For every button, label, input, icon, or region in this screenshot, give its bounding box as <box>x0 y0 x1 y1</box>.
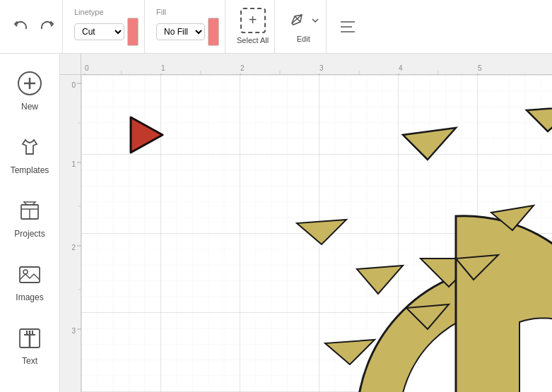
edit-dropdown-icon <box>310 16 320 25</box>
templates-label: Templates <box>11 165 49 175</box>
fill-select[interactable]: No Fill Solid <box>156 23 205 40</box>
sidebar-item-projects[interactable]: Projects <box>6 188 54 246</box>
select-all-section: + Select All <box>231 0 275 53</box>
text-icon <box>14 322 45 353</box>
svg-text:2: 2 <box>240 64 245 72</box>
ruler-top-svg: 0 1 2 3 4 5 <box>81 54 552 75</box>
sidebar-item-text[interactable]: Text <box>6 315 54 373</box>
edit-section: Edit <box>281 0 327 53</box>
svg-text:3: 3 <box>71 327 76 335</box>
svg-text:3: 3 <box>319 64 324 72</box>
linetype-section: Linetype Cut Score Sketch <box>69 0 145 53</box>
canvas-grid <box>81 75 552 392</box>
sidebar: New Templates Projects <box>0 54 60 392</box>
linetype-swatch <box>127 18 139 46</box>
sidebar-item-new[interactable]: New <box>6 61 54 119</box>
images-label: Images <box>16 292 43 302</box>
fill-group: Fill No Fill Solid <box>156 8 219 46</box>
select-all-button[interactable]: + Select All <box>237 8 269 46</box>
select-all-label: Select All <box>237 36 269 44</box>
sidebar-item-images[interactable]: Images <box>6 251 54 309</box>
text-label: Text <box>22 356 37 366</box>
undo-redo-section <box>6 0 63 53</box>
ruler-top: 0 1 2 3 4 5 <box>81 54 552 75</box>
svg-text:0: 0 <box>85 64 89 72</box>
svg-text:4: 4 <box>399 64 403 72</box>
fill-label: Fill <box>156 8 166 16</box>
new-icon <box>14 68 45 99</box>
main-area: New Templates Projects <box>0 54 552 392</box>
linetype-select[interactable]: Cut Score Sketch <box>74 23 124 40</box>
svg-text:2: 2 <box>71 244 76 251</box>
linetype-group: Linetype Cut Score Sketch <box>74 8 139 46</box>
align-button[interactable] <box>338 17 358 37</box>
select-all-icon: + <box>240 8 266 33</box>
edit-icon-area <box>286 9 320 32</box>
svg-text:1: 1 <box>161 64 165 72</box>
svg-text:5: 5 <box>478 64 482 72</box>
ruler-left-svg: 0 1 2 3 <box>60 75 81 392</box>
canvas-svg <box>81 75 552 392</box>
edit-button[interactable]: Edit <box>286 9 320 44</box>
edit-icon <box>286 9 309 32</box>
fill-swatch <box>208 18 219 46</box>
new-label: New <box>21 102 38 112</box>
projects-icon <box>14 195 45 226</box>
fill-section: Fill No Fill Solid <box>151 0 225 53</box>
ruler-corner <box>60 54 81 75</box>
gear-inner <box>519 318 552 392</box>
align-icon <box>338 17 358 37</box>
templates-icon <box>14 131 45 162</box>
svg-text:0: 0 <box>71 81 76 89</box>
images-icon <box>14 259 45 290</box>
svg-text:1: 1 <box>71 160 76 168</box>
fill-row: No Fill Solid <box>156 18 219 46</box>
redo-button[interactable] <box>35 16 57 37</box>
linetype-row: Cut Score Sketch <box>74 18 139 46</box>
undo-redo-group <box>11 16 57 37</box>
linetype-label: Linetype <box>74 8 104 16</box>
toolbar: Linetype Cut Score Sketch Fill No Fill S… <box>0 0 552 54</box>
canvas-area: 0 1 2 3 4 5 <box>60 54 552 392</box>
projects-label: Projects <box>14 229 45 239</box>
undo-button[interactable] <box>11 16 33 37</box>
svg-rect-11 <box>20 267 40 283</box>
edit-label: Edit <box>297 35 310 43</box>
align-section <box>332 0 363 53</box>
ruler-left: 0 1 2 3 <box>60 75 81 392</box>
sidebar-item-templates[interactable]: Templates <box>6 124 54 182</box>
